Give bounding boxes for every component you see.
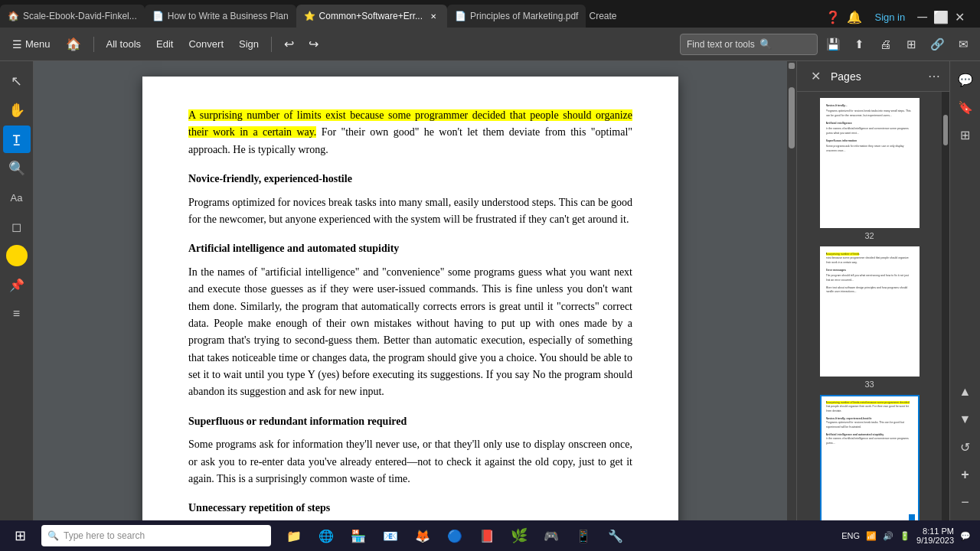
tab-4-favicon: 📄 [455, 11, 466, 21]
volume-icon: 🔊 [883, 531, 893, 541]
scroll-thumb[interactable] [789, 87, 795, 148]
redo-button[interactable]: ↪ [302, 34, 324, 55]
zoom-out-tool[interactable]: − [953, 490, 978, 514]
taskbar-chrome[interactable]: 🔵 [439, 522, 470, 549]
heading-superfluous: Superfluous or redundant information req… [188, 413, 632, 430]
paragraph-superfluous: Some programs ask for information they'l… [188, 436, 632, 487]
sep-2 [271, 37, 272, 52]
page-32-image[interactable]: Novice-friendly... Programs optimized fo… [820, 98, 920, 228]
pdf-content: A surprising number of limits exist beca… [188, 107, 632, 520]
pin-tool[interactable]: 📌 [3, 271, 31, 298]
taskbar-green[interactable]: 🌿 [504, 522, 534, 549]
all-tools-button[interactable]: All tools [100, 34, 148, 55]
color-dot[interactable] [6, 245, 28, 266]
undo-button[interactable]: ↩ [278, 34, 299, 55]
fit-button[interactable]: ⊞ [900, 34, 922, 55]
tab-2-label: How to Write a Business Plan [168, 11, 289, 21]
link-button[interactable]: 🔗 [926, 34, 948, 55]
main-content: ↖ ✋ T̲ 🔍 Aa ◻ 📌 ≡ A surprising number of… [0, 61, 980, 520]
cursor-tool[interactable]: ↖ [3, 67, 31, 95]
tab-4[interactable]: 📄 Principles of Marketing.pdf [447, 5, 586, 28]
help-icon[interactable]: ❓ [825, 10, 841, 24]
sep-1 [93, 37, 94, 52]
taskbar-time-display: 8:11 PM 9/19/2023 [916, 527, 954, 545]
pdf-scroll[interactable]: A surprising number of limits exist beca… [34, 61, 787, 520]
annotate-tool[interactable]: Aa [3, 184, 31, 211]
taskbar-pinned-apps: 📁 🌐 🏪 📧 🦊 🔵 📕 🌿 🎮 📱 🔧 [279, 522, 631, 549]
convert-button[interactable]: Convert [182, 34, 230, 55]
pdf-page: A surprising number of limits exist beca… [142, 77, 678, 520]
heading-novice: Novice-friendly, experienced-hostile [188, 171, 632, 187]
tab-4-label: Principles of Marketing.pdf [470, 11, 578, 21]
tab-3-label: Common+Software+Err... [319, 11, 423, 21]
taskbar-firefox[interactable]: 🦊 [407, 522, 438, 549]
find-box[interactable]: Find text or tools 🔍 [680, 34, 818, 55]
scroll-up-arrow[interactable] [789, 63, 795, 69]
paragraph-ai: In the names of "artificial intelligence… [188, 264, 632, 401]
text-tool[interactable]: T̲ [3, 126, 31, 153]
taskbar-store[interactable]: 🏪 [343, 522, 374, 549]
list-tool[interactable]: ≡ [3, 300, 31, 328]
grid-tool[interactable]: ⊞ [953, 122, 978, 147]
tab-3-active[interactable]: ⭐ Common+Software+Err... ✕ [296, 5, 447, 28]
pages-panel-menu[interactable]: ⋯ [928, 69, 940, 83]
print-button[interactable]: 🖨 [874, 34, 896, 55]
taskbar-facetime[interactable]: 📱 [568, 522, 599, 549]
tab-2-favicon: 📄 [152, 11, 163, 21]
paragraph-1: A surprising number of limits exist beca… [188, 107, 632, 158]
taskbar-extra[interactable]: 🔧 [600, 522, 631, 549]
taskbar-search[interactable]: 🔍 Type here to search [41, 525, 271, 546]
home-button[interactable]: 🏠 [60, 34, 87, 55]
edit-button[interactable]: Edit [150, 34, 179, 55]
minimize-icon[interactable]: ─ [917, 9, 927, 25]
comment-tool[interactable]: 💬 [953, 67, 978, 92]
scroll-down-tool[interactable]: ▼ [953, 407, 978, 432]
browser-window: 🏠 Scale-Ebook-David-Finkel... 📄 How to W… [0, 0, 980, 520]
taskbar-mail[interactable]: 📧 [375, 522, 406, 549]
tab-2[interactable]: 📄 How to Write a Business Plan [145, 5, 296, 28]
pdf-scrollbar[interactable] [787, 61, 796, 520]
pages-panel-close[interactable]: ✕ [806, 67, 825, 86]
search-placeholder: Type here to search [64, 530, 145, 541]
lang-indicator: ENG [841, 531, 860, 540]
sign-in-button[interactable]: Sign in [868, 6, 911, 28]
page-thumb-32: Novice-friendly... Programs optimized fo… [803, 98, 936, 240]
search-icon: 🔍 [760, 38, 772, 50]
bell-icon[interactable]: 🔔 [847, 10, 862, 24]
pdf-area: A surprising number of limits exist beca… [34, 61, 787, 520]
maximize-icon[interactable]: ⬜ [933, 10, 949, 24]
pages-scrollbar[interactable] [942, 92, 949, 520]
close-icon[interactable]: ✕ [955, 10, 965, 24]
paragraph-novice: Programs optimized for novices break tas… [188, 194, 632, 229]
page-32-num: 32 [864, 231, 874, 240]
new-tab-button[interactable]: + Create [586, 5, 610, 28]
scroll-up-tool[interactable]: ▲ [953, 380, 978, 404]
pages-scroll-thumb[interactable] [943, 115, 948, 145]
pages-list: Novice-friendly... Programs optimized fo… [797, 92, 942, 520]
taskbar-edge[interactable]: 🌐 [311, 522, 341, 549]
page-34-image[interactable]: A surprising number of limits exist beca… [820, 395, 920, 520]
email-button[interactable]: ✉ [952, 34, 974, 55]
taskbar-sys-tray: ENG 📶 🔊 🔋 8:11 PM 9/19/2023 💬 [841, 527, 977, 545]
sign-button[interactable]: Sign [233, 34, 265, 55]
hand-tool[interactable]: ✋ [3, 96, 31, 124]
page-33-image[interactable]: A surprising number of limits exist beca… [820, 246, 920, 377]
zoom-tool[interactable]: 🔍 [3, 155, 31, 182]
zoom-in-tool[interactable]: + [953, 462, 978, 487]
taskbar-game[interactable]: 🎮 [536, 522, 567, 549]
menu-button[interactable]: ☰ Menu [6, 34, 57, 55]
tab-3-close[interactable]: ✕ [427, 10, 439, 22]
bookmark-tool[interactable]: 🔖 [953, 95, 978, 119]
taskbar-acrobat[interactable]: 📕 [472, 522, 502, 549]
page-33-num: 33 [864, 380, 874, 389]
tab-1[interactable]: 🏠 Scale-Ebook-David-Finkel... [0, 5, 145, 28]
shapes-tool[interactable]: ◻ [3, 213, 31, 240]
highlighted-text-1: A surprising number of limits exist beca… [188, 109, 632, 138]
refresh-tool[interactable]: ↺ [953, 435, 978, 459]
start-button[interactable]: ⊞ [3, 522, 37, 549]
taskbar-explorer[interactable]: 📁 [279, 522, 309, 549]
heading-repetition: Unnecessary repetition of steps [188, 500, 632, 517]
share-button[interactable]: ⬆ [848, 34, 870, 55]
pages-panel: ✕ Pages ⋯ Novice-friendly... Programs op… [796, 61, 949, 520]
save-button[interactable]: 💾 [822, 34, 844, 55]
